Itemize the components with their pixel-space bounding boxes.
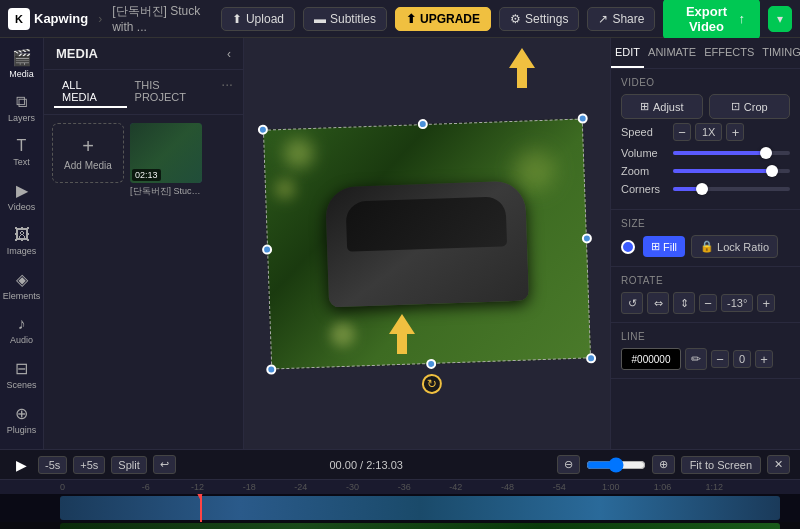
zoom-in-button[interactable]: ⊕ (652, 455, 675, 474)
timeline-zoom-slider[interactable] (586, 457, 646, 473)
add-media-area: + Add Media (52, 123, 124, 198)
video-clip[interactable] (60, 496, 780, 520)
timeline-track[interactable]: 0 -6 -12 -18 -24 -30 -36 -42 -48 -54 1:0… (0, 480, 800, 529)
video-track-lane[interactable] (0, 494, 800, 522)
canvas-area[interactable] (244, 38, 610, 449)
export-caret-button[interactable]: ▾ (768, 6, 792, 32)
animate-arrow (507, 48, 537, 88)
upload-button[interactable]: ⬆ Upload (221, 7, 295, 31)
app-name: Kapwing (34, 11, 88, 26)
handle-top-left[interactable] (258, 124, 268, 134)
settings-icon: ⚙ (510, 12, 521, 26)
sidebar-item-elements[interactable]: ◈ Elements (2, 264, 42, 307)
line-label: LINE (621, 331, 790, 342)
corners-slider[interactable] (673, 187, 790, 191)
add-media-button[interactable]: + Add Media (52, 123, 124, 183)
split-button[interactable]: Split (111, 456, 146, 474)
color-swatch[interactable]: #000000 (621, 348, 681, 370)
clip-thumbnail[interactable]: 02:13 (130, 123, 202, 183)
tab-edit[interactable]: EDIT (611, 38, 644, 68)
media-panel-header: MEDIA ‹ (44, 38, 243, 70)
audio-clip[interactable] (60, 523, 780, 529)
subtitles-button[interactable]: ▬ Subtitles (303, 7, 387, 31)
share-button[interactable]: ↗ Share (587, 7, 655, 31)
add-icon: + (82, 135, 94, 158)
ruler-mark-10: 1:06 (637, 482, 689, 492)
project-name[interactable]: [단독버진] Stuck with ... (112, 3, 205, 34)
tab-all-media[interactable]: ALL MEDIA (54, 76, 127, 108)
timeline: ▶ -5s +5s Split ↩ 00.00 / 2:13.03 ⊖ ⊕ Fi… (0, 449, 800, 529)
opacity-minus[interactable]: − (711, 350, 729, 368)
lock-icon: 🔒 (700, 240, 714, 253)
handle-right-mid[interactable] (582, 233, 592, 243)
upgrade-button[interactable]: ⬆ UPGRADE (395, 7, 491, 31)
rotate-handle[interactable] (422, 373, 443, 394)
sidebar-item-media[interactable]: 🎬 Media (2, 42, 42, 85)
crop-button[interactable]: ⊡ Crop (709, 94, 791, 119)
sidebar-item-scenes[interactable]: ⊟ Scenes (2, 353, 42, 396)
rotate-ccw-button[interactable]: ↺ (621, 292, 643, 314)
volume-controls (673, 151, 790, 155)
corners-label: Corners (621, 183, 673, 195)
rewind-5s-button[interactable]: -5s (38, 456, 67, 474)
sidebar-item-audio[interactable]: ♪ Audio (2, 309, 42, 351)
share-icon: ↗ (598, 12, 608, 26)
ruler-mark-11: 1:12 (688, 482, 740, 492)
play-button[interactable]: ▶ (10, 454, 32, 476)
car-shape (325, 180, 529, 307)
handle-left-mid[interactable] (262, 244, 272, 254)
handle-top-right[interactable] (578, 113, 588, 123)
tab-effects[interactable]: EFFECTS (700, 38, 758, 68)
media-panel-close-icon[interactable]: ‹ (227, 47, 231, 61)
handle-bottom-left[interactable] (266, 364, 276, 374)
corners-row: Corners (621, 183, 790, 195)
time-display: 00.00 / 2:13.03 (182, 459, 551, 471)
rotate-arrow (387, 314, 417, 354)
rotate-minus[interactable]: − (699, 294, 717, 312)
ruler-mark-4: -30 (327, 482, 379, 492)
right-panel: EDIT ANIMATE EFFECTS TIMING VIDEO ⊞ Adju… (610, 38, 800, 449)
export-button[interactable]: Export Video ↑ (663, 0, 760, 40)
fit-to-screen-button[interactable]: Fit to Screen (681, 456, 761, 474)
eyedropper-button[interactable]: ✏ (685, 348, 707, 370)
plugins-icon: ⊕ (15, 404, 28, 423)
tab-this-project[interactable]: THIS PROJECT (127, 76, 222, 108)
handle-top-mid[interactable] (418, 118, 428, 128)
volume-slider[interactable] (673, 151, 790, 155)
sidebar-item-layers[interactable]: ⧉ Layers (2, 87, 42, 129)
speed-plus[interactable]: + (726, 123, 744, 141)
speed-label: Speed (621, 126, 673, 138)
sidebar-item-text[interactable]: T Text (2, 131, 42, 173)
handle-bottom-mid[interactable] (426, 358, 436, 368)
corners-controls (673, 187, 790, 191)
media-more-icon[interactable]: ··· (221, 76, 233, 108)
fill-button[interactable]: ⊞ Fill (643, 236, 685, 257)
sidebar-item-images[interactable]: 🖼 Images (2, 220, 42, 262)
opacity-plus[interactable]: + (755, 350, 773, 368)
handle-bottom-right[interactable] (586, 353, 596, 363)
tab-timing[interactable]: TIMING (758, 38, 800, 68)
rotate-plus[interactable]: + (757, 294, 775, 312)
images-icon: 🖼 (14, 226, 30, 244)
sidebar-item-videos[interactable]: ▶ Videos (2, 175, 42, 218)
flip-h-button[interactable]: ⇔ (647, 292, 669, 314)
tab-animate[interactable]: ANIMATE (644, 38, 700, 68)
subtitles-icon: ▬ (314, 12, 326, 26)
audio-track-lane[interactable] (0, 522, 800, 529)
text-icon: T (17, 137, 27, 155)
video-canvas[interactable] (263, 118, 591, 369)
close-timeline-button[interactable]: ✕ (767, 455, 790, 474)
settings-button[interactable]: ⚙ Settings (499, 7, 579, 31)
speed-minus[interactable]: − (673, 123, 691, 141)
zoom-out-button[interactable]: ⊖ (557, 455, 580, 474)
sidebar-item-plugins[interactable]: ⊕ Plugins (2, 398, 42, 441)
adjust-button[interactable]: ⊞ Adjust (621, 94, 703, 119)
forward-5s-button[interactable]: +5s (73, 456, 105, 474)
upload-icon: ⬆ (232, 12, 242, 26)
zoom-slider[interactable] (673, 169, 790, 173)
lock-ratio-button[interactable]: 🔒 Lock Ratio (691, 235, 778, 258)
size-dot (621, 240, 635, 254)
media-panel: MEDIA ‹ ALL MEDIA THIS PROJECT ··· + Add… (44, 38, 244, 449)
undo-button[interactable]: ↩ (153, 455, 176, 474)
flip-v-button[interactable]: ⇕ (673, 292, 695, 314)
